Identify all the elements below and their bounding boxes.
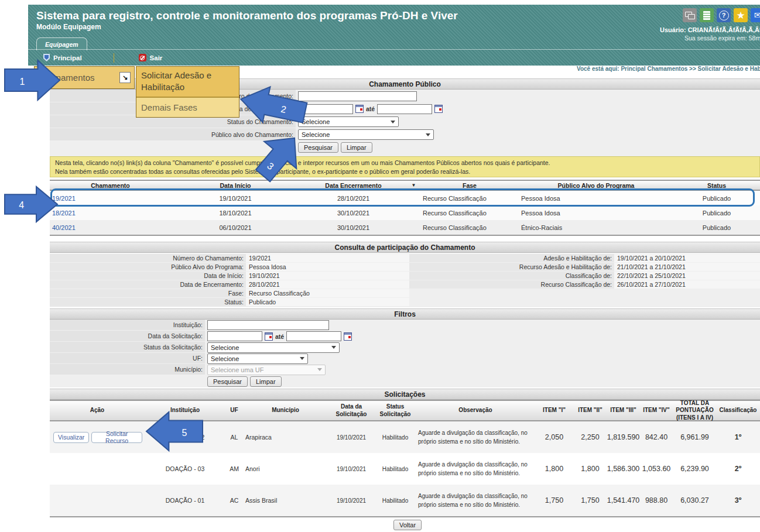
table-cell: 842.40 [639, 421, 673, 453]
action-cell [50, 485, 145, 516]
calendar-icon[interactable] [265, 332, 273, 341]
chevron-down-icon [331, 346, 336, 349]
submenu-item-demais-fases[interactable]: Demais Fases [136, 98, 239, 117]
municipio-select-disabled: Selecione uma UF [207, 365, 326, 375]
table-cell: 6,030.27 [673, 485, 716, 516]
section-title-filtros: Filtros [50, 308, 760, 320]
table-cell: 1,750 [535, 485, 573, 516]
data-solicitacao-label: Data da Solicitação: [50, 331, 205, 341]
help-icon[interactable]: ? [717, 8, 731, 22]
table-cell: Anori [243, 453, 328, 485]
submenu-item-solicitar-adesao[interactable]: Solicitar Adesão e Habilitação [136, 67, 239, 98]
visualizar-button[interactable]: Visualizar [53, 432, 89, 443]
instituicao-input[interactable] [207, 320, 329, 330]
calendar-icon[interactable] [355, 105, 364, 113]
table-cell: 30/10/2021 [300, 205, 407, 220]
table-cell: DOAÇÃO - 01 [145, 485, 225, 516]
table-cell: 06/10/2021 [171, 220, 300, 235]
book-icon[interactable] [700, 8, 714, 22]
table-cell: 19/10/2021 [328, 485, 375, 516]
data-encerramento-ate-input[interactable] [377, 104, 432, 114]
status-chamamento-select[interactable]: Selecione [298, 116, 399, 127]
table-cell: Habilitado [375, 421, 416, 453]
chamamentos-submenu: Solicitar Adesão e Habilitação Demais Fa… [136, 66, 239, 118]
table-cell: 1,819.590 [607, 421, 639, 453]
chevron-down-icon [300, 357, 304, 360]
column-header: Data da Solicitação [328, 401, 375, 420]
chevron-down-icon [391, 121, 395, 123]
ate-label: até [275, 333, 284, 340]
section-title-consulta: Consulta de participação do Chamamento [50, 242, 760, 253]
table-cell: 1,800 [535, 453, 573, 485]
solicitar-recurso-button[interactable]: Solicitar Recurso [91, 432, 142, 443]
chamamento-link[interactable]: 40/2021 [50, 220, 171, 235]
svg-text:4: 4 [19, 200, 24, 210]
status-solicitacao-select[interactable]: Selecione [207, 342, 340, 353]
svg-text:1: 1 [19, 77, 25, 87]
voltar-button[interactable]: Voltar [393, 520, 422, 530]
uf-select[interactable]: Selecione [207, 353, 308, 364]
table-cell: AM [225, 453, 243, 485]
detail-value: 19/2021 [246, 254, 409, 262]
table-cell: DOAÇÃO - 03 [145, 453, 225, 485]
filtros-limpar-button[interactable]: Limpar [250, 376, 282, 387]
detail-value: 22/10/2021 a 25/10/2021 [614, 272, 760, 280]
limpar-button[interactable]: Limpar [341, 142, 372, 153]
data-solicitacao-de-input[interactable] [207, 331, 262, 341]
detail-row: Fase:Recurso Classificação [50, 289, 409, 297]
app-subtitle: Modúlo Equipagem [36, 23, 101, 31]
publico-alvo-label: Público alvo do Chamamento: [50, 128, 296, 140]
table-cell: Publicado [673, 205, 760, 220]
windows-icon[interactable] [683, 8, 697, 22]
notice-line2: Nela também estão concentradas todas as … [55, 167, 755, 176]
table-cell: Pessoa Idosa [519, 205, 673, 220]
municipio-label: Município: [50, 364, 205, 375]
annotation-arrow-4: 4 [5, 187, 57, 222]
mail-icon[interactable]: ✉ [751, 8, 760, 22]
table-cell: 2,050 [535, 421, 573, 453]
detail-label: Público Alvo do Programa: [50, 263, 246, 271]
uf-label: UF: [50, 353, 205, 363]
detail-value: Recurso Classificação [246, 289, 409, 297]
filtros-pesquisar-button[interactable]: Pesquisar [207, 376, 248, 387]
chamamento-link[interactable]: 18/2021 [50, 205, 171, 220]
status-solicitacao-label: Status da Solicitação: [50, 342, 205, 352]
table-cell: AC [225, 485, 243, 516]
menu-divider [114, 53, 114, 63]
detail-label: Recurso Classificação de: [409, 280, 614, 289]
data-solicitacao-ate-input[interactable] [286, 331, 341, 341]
detail-row: Data de Início:19/10/2021 [50, 272, 409, 280]
detail-label: Adesão e Habilitação de: [409, 254, 614, 262]
table-cell [407, 205, 420, 220]
detail-row: Recurso Adesão e Habilitação de:21/10/20… [409, 263, 760, 271]
table-cell: Aguarde a divulgação da classificação, n… [416, 421, 535, 453]
menu-item-sair[interactable]: Sair [131, 54, 171, 61]
annotation-arrow-5: 5 [146, 412, 203, 451]
detail-row: Data de Encerramento:28/10/2021 [50, 280, 409, 289]
table-cell: 19/10/2021 [328, 421, 375, 453]
logout-icon [139, 54, 146, 61]
calendar-icon[interactable] [434, 105, 443, 113]
table-cell: 2º [716, 453, 760, 485]
table-cell: 1,586.300 [607, 453, 639, 485]
publico-alvo-select[interactable]: Selecione [298, 129, 434, 140]
calendar-icon[interactable] [344, 332, 352, 341]
column-header: Classificação [716, 401, 760, 420]
menu-bar: Principal Sair [28, 49, 760, 66]
table-cell: 30/10/2021 [300, 220, 407, 235]
detail-label: Fase: [50, 289, 246, 297]
table-cell: 988.80 [639, 485, 673, 516]
chevron-down-icon [317, 368, 322, 371]
annotation-arrow-1: 1 [5, 60, 60, 100]
detail-value: 19/10/2021 a 20/10/2021 [614, 254, 760, 262]
table-cell: Recurso Classificação [420, 220, 519, 235]
detail-label: Status: [50, 298, 246, 306]
page: Sistema para registro, controle e monito… [0, 0, 760, 532]
row-highlight-annotation [50, 188, 755, 207]
numero-chamamento-input[interactable] [298, 91, 417, 101]
column-header: ITEM "I" [535, 401, 573, 420]
star-icon[interactable]: ★ [734, 8, 748, 22]
consulta-left-column: Número do Chamamento:19/2021Público Alvo… [50, 254, 409, 307]
tab-equipagem[interactable]: Equipagem [36, 37, 87, 50]
table-cell: Habilitado [375, 485, 416, 516]
